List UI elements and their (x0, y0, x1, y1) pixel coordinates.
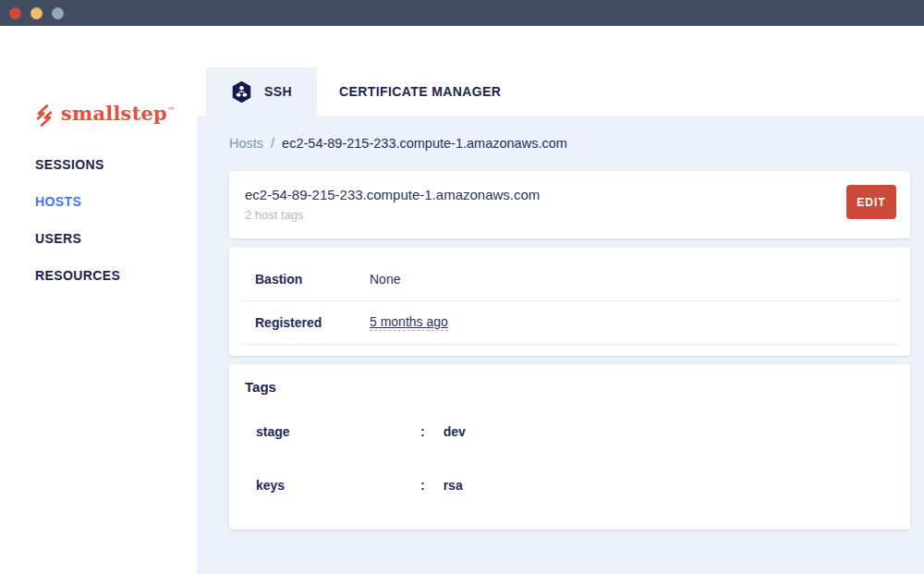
breadcrumb: Hosts / ec2-54-89-215-233.compute-1.amaz… (229, 136, 910, 153)
registered-value[interactable]: 5 months ago (370, 314, 448, 331)
tags-card: Tags stage : dev keys : rsa (229, 364, 910, 530)
tag-row-keys: keys : rsa (245, 478, 894, 493)
host-tags-count: 2 host tags (245, 208, 892, 222)
tab-ssh-label: SSH (264, 84, 292, 99)
bastion-value: None (370, 272, 400, 287)
breadcrumb-current-host: ec2-54-89-215-233.compute-1.amazonaws.co… (282, 136, 567, 151)
edit-host-button[interactable]: EDIT (846, 185, 896, 219)
tag-key-keys: keys (245, 478, 420, 493)
sidebar-item-users[interactable]: USERS (0, 220, 197, 257)
tag-colon: : (420, 478, 425, 493)
brand-name: smallstep™ (61, 102, 175, 125)
tab-certificate-manager[interactable]: CERTIFICATE MANAGER (317, 67, 523, 116)
smallstep-logo-icon (34, 104, 55, 128)
close-window-icon[interactable] (9, 7, 21, 19)
sidebar: smallstep™ SESSIONS HOSTS USERS RESOURCE… (0, 26, 197, 574)
maximize-window-icon[interactable] (52, 7, 64, 19)
breadcrumb-hosts-link[interactable]: Hosts (229, 136, 263, 151)
registered-label: Registered (240, 315, 370, 330)
tags-card-title: Tags (245, 379, 894, 395)
tag-row-stage: stage : dev (245, 424, 894, 439)
trademark-symbol: ™ (167, 105, 175, 115)
detail-row-bastion: Bastion None (240, 258, 899, 301)
tab-certificate-manager-label: CERTIFICATE MANAGER (339, 84, 501, 99)
breadcrumb-separator: / (271, 136, 274, 151)
tag-value-stage: dev (444, 424, 466, 439)
host-name: ec2-54-89-215-233.compute-1.amazonaws.co… (245, 187, 892, 202)
sidebar-item-sessions[interactable]: SESSIONS (0, 146, 197, 183)
ssh-hexagon-cluster-icon (231, 80, 252, 104)
tab-bar: SSH CERTIFICATE MANAGER (197, 26, 924, 116)
host-summary-card: ec2-54-89-215-233.compute-1.amazonaws.co… (229, 171, 910, 238)
minimize-window-icon[interactable] (30, 7, 43, 19)
sidebar-item-resources[interactable]: RESOURCES (0, 257, 197, 294)
window-titlebar (0, 0, 924, 26)
app-window: smallstep™ SESSIONS HOSTS USERS RESOURCE… (0, 0, 924, 574)
tag-key-stage: stage (245, 424, 420, 439)
main-content: Hosts / ec2-54-89-215-233.compute-1.amaz… (197, 116, 924, 574)
detail-row-registered: Registered 5 months ago (240, 301, 899, 345)
sidebar-item-hosts[interactable]: HOSTS (0, 183, 197, 220)
sidebar-nav: SESSIONS HOSTS USERS RESOURCES (0, 146, 197, 294)
tab-ssh[interactable]: SSH (206, 67, 317, 116)
host-details-card: Bastion None Registered 5 months ago (229, 247, 910, 356)
smallstep-logo[interactable]: smallstep™ (34, 102, 175, 128)
bastion-label: Bastion (240, 272, 370, 287)
tag-value-keys: rsa (444, 478, 463, 493)
tag-colon: : (420, 424, 425, 439)
